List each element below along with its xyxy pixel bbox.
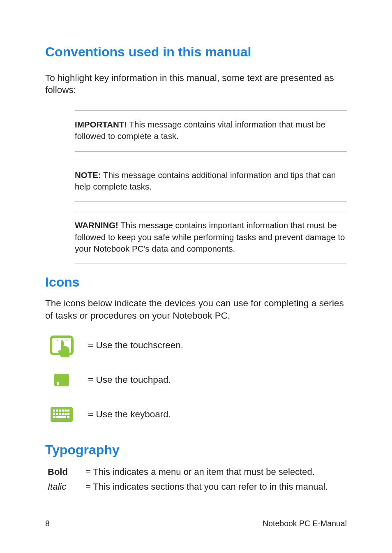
icon-row-touchscreen-text: = Use the touchscreen.: [78, 340, 183, 351]
typography-table: Bold = This indicates a menu or an item …: [48, 467, 347, 492]
icon-row-touchscreen: = Use the touchscreen.: [45, 332, 347, 359]
callout-note-label: NOTE:: [75, 170, 101, 180]
icon-row-touchpad-text: = Use the touchpad.: [78, 375, 171, 385]
page-number: 8: [45, 519, 50, 528]
svg-rect-10: [67, 410, 69, 412]
callouts-group: IMPORTANT! This message contains vital i…: [45, 110, 347, 264]
callout-note-text: This message contains additional informa…: [75, 170, 336, 191]
svg-rect-8: [62, 410, 64, 412]
svg-rect-6: [56, 410, 58, 412]
typo-bold-desc: = This indicates a menu or an item that …: [85, 467, 315, 477]
svg-rect-14: [62, 413, 64, 415]
icon-row-keyboard: = Use the keyboard.: [45, 401, 347, 428]
typo-row-bold: Bold = This indicates a menu or an item …: [48, 467, 347, 477]
heading-conventions: Conventions used in this manual: [45, 44, 347, 60]
svg-rect-17: [53, 416, 55, 418]
touchscreen-icon: [45, 333, 78, 357]
doc-title: Notebook PC E-Manual: [263, 519, 347, 528]
svg-rect-19: [67, 416, 69, 418]
page-footer: 8 Notebook PC E-Manual: [45, 513, 347, 528]
svg-rect-15: [65, 413, 67, 415]
svg-rect-16: [67, 413, 69, 415]
callout-warning: WARNING! This message contains important…: [75, 211, 347, 264]
touchpad-icon: [45, 374, 78, 386]
icon-row-keyboard-text: = Use the keyboard.: [78, 409, 171, 420]
intro-icons: The icons below indicate the devices you…: [45, 297, 347, 322]
callout-note: NOTE: This message contains additional i…: [75, 161, 347, 202]
typo-italic-label: Italic: [48, 481, 85, 492]
keyboard-icon: [45, 407, 78, 422]
svg-rect-12: [56, 413, 58, 415]
heading-typography: Typography: [45, 442, 347, 458]
svg-rect-9: [65, 410, 67, 412]
svg-rect-2: [54, 374, 69, 386]
svg-rect-7: [59, 410, 61, 412]
page: Conventions used in this manual To highl…: [0, 0, 392, 553]
callout-important-label: IMPORTANT!: [75, 120, 127, 129]
svg-rect-3: [57, 382, 59, 385]
icon-legend: = Use the touchscreen. = Use the touchpa…: [45, 332, 347, 428]
typo-bold-label: Bold: [48, 467, 85, 477]
callout-warning-label: WARNING!: [75, 220, 118, 230]
svg-rect-11: [53, 413, 55, 415]
heading-icons: Icons: [45, 275, 347, 290]
icon-row-touchpad: = Use the touchpad.: [45, 367, 347, 393]
callout-important: IMPORTANT! This message contains vital i…: [75, 110, 347, 152]
svg-rect-13: [59, 413, 61, 415]
svg-rect-18: [56, 416, 66, 418]
svg-rect-5: [53, 410, 55, 412]
intro-conventions: To highlight key information in this man…: [45, 72, 347, 96]
typo-row-italic: Italic = This indicates sections that yo…: [48, 481, 347, 492]
typo-italic-desc: = This indicates sections that you can r…: [85, 481, 328, 492]
